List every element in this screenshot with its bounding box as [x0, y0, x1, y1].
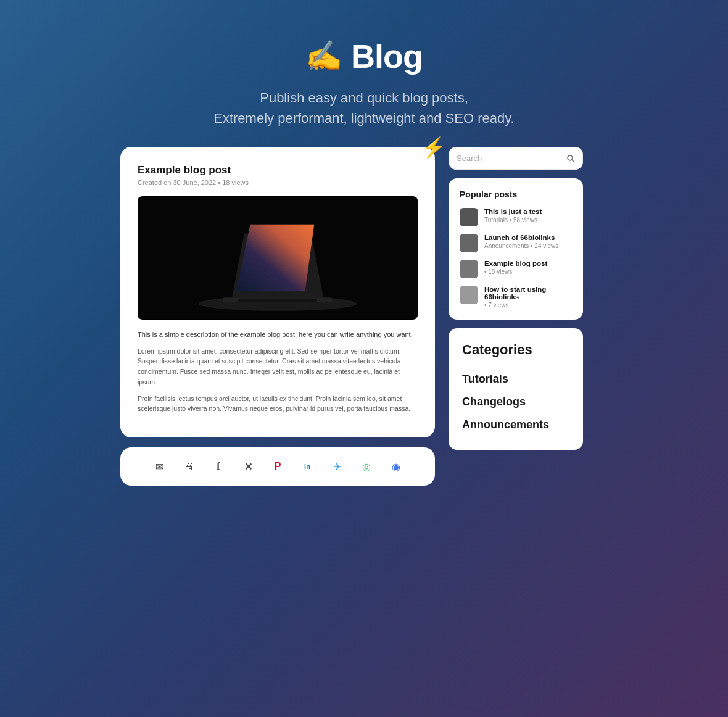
popular-posts-card: Popular posts This is just a test Tutori…	[449, 178, 583, 320]
post-submeta: • 7 views	[484, 302, 572, 309]
blog-post-body-2: Proin facilisis lectus tempus orci aucto…	[138, 394, 418, 415]
post-info: Example blog post • 18 views	[484, 260, 572, 275]
svg-line-8	[572, 160, 574, 162]
search-icon	[566, 154, 575, 163]
blog-post-meta: Created on 30 June, 2022 • 18 views	[138, 179, 418, 186]
categories-title: Categories	[462, 342, 569, 358]
blog-post-image	[138, 196, 418, 320]
signal-share-button[interactable]: ◉	[386, 456, 407, 477]
post-name: Launch of 66biolinks	[484, 234, 572, 241]
search-input[interactable]	[457, 154, 561, 163]
blog-post-body-1: Lorem ipsum dolor sit amet, consectetur …	[138, 346, 418, 388]
post-name: Example blog post	[484, 260, 572, 267]
whatsapp-share-button[interactable]: ◎	[356, 456, 377, 477]
twitter-x-share-button[interactable]: ✕	[238, 456, 259, 477]
post-thumbnail	[460, 286, 478, 304]
category-announcements[interactable]: Announcements	[462, 413, 569, 436]
lightning-icon: ⚡	[421, 136, 446, 159]
page-title: Blog	[351, 37, 423, 75]
search-box	[449, 147, 583, 170]
linkedin-share-button[interactable]: in	[297, 456, 318, 477]
main-content-area: ⚡ Example blog post Created on 30 June, …	[120, 147, 608, 486]
print-share-button[interactable]: 🖨	[178, 456, 199, 477]
blog-post-description: This is a simple description of the exam…	[138, 329, 418, 340]
writing-emoji: ✍️	[305, 39, 342, 73]
page-header: ✍️ Blog Publish easy and quick blog post…	[213, 37, 514, 128]
category-changelogs[interactable]: Changelogs	[462, 391, 569, 413]
share-bar: ✉ 🖨 f ✕ P in ✈ ◎ ◉	[120, 447, 435, 486]
svg-rect-6	[238, 299, 317, 302]
post-name: This is just a test	[484, 208, 572, 215]
popular-post-item[interactable]: This is just a test Tutorials • 58 views	[460, 208, 572, 226]
post-thumbnail	[460, 234, 478, 252]
post-submeta: Announcements • 24 views	[484, 242, 572, 249]
page-subtitle: Publish easy and quick blog posts, Extre…	[213, 88, 514, 128]
post-submeta: Tutorials • 58 views	[484, 217, 572, 223]
popular-post-item[interactable]: Launch of 66biolinks Announcements • 24 …	[460, 234, 572, 252]
left-column: ⚡ Example blog post Created on 30 June, …	[120, 147, 435, 486]
post-info: How to start using 66biolinks • 7 views	[484, 286, 572, 309]
category-tutorials[interactable]: Tutorials	[462, 368, 569, 391]
popular-post-item[interactable]: How to start using 66biolinks • 7 views	[460, 286, 572, 309]
sidebar: Popular posts This is just a test Tutori…	[449, 147, 583, 450]
popular-post-item[interactable]: Example blog post • 18 views	[460, 260, 572, 278]
post-info: This is just a test Tutorials • 58 views	[484, 208, 572, 223]
popular-posts-title: Popular posts	[460, 189, 572, 199]
email-share-button[interactable]: ✉	[149, 456, 170, 477]
search-button[interactable]	[566, 154, 575, 163]
facebook-share-button[interactable]: f	[208, 456, 229, 477]
post-thumbnail	[460, 208, 478, 226]
post-submeta: • 18 views	[484, 268, 572, 275]
categories-card: Categories Tutorials Changelogs Announce…	[449, 328, 583, 450]
post-thumbnail	[460, 260, 478, 278]
blog-title-area: ✍️ Blog	[213, 37, 514, 75]
blog-post-card: ⚡ Example blog post Created on 30 June, …	[120, 147, 435, 437]
blog-post-title: Example blog post	[138, 164, 418, 176]
pinterest-share-button[interactable]: P	[267, 456, 288, 477]
post-name: How to start using 66biolinks	[484, 286, 572, 300]
telegram-share-button[interactable]: ✈	[326, 456, 347, 477]
post-info: Launch of 66biolinks Announcements • 24 …	[484, 234, 572, 249]
